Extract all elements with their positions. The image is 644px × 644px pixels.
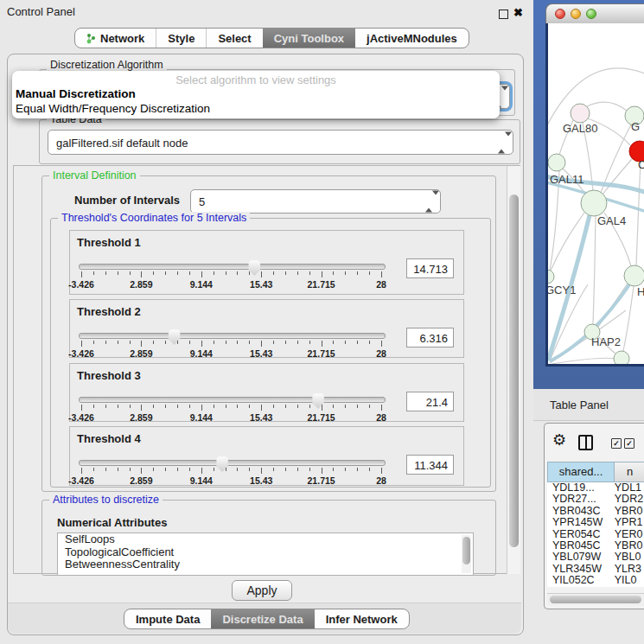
select-checkbox-icon[interactable]: ✓ bbox=[611, 438, 622, 449]
algorithm-option-manual[interactable]: Manual Discretization bbox=[16, 87, 136, 100]
threshold-value-field[interactable]: 6.316 bbox=[406, 328, 454, 348]
network-node-pink[interactable] bbox=[571, 104, 590, 123]
algorithm-option-equal-width[interactable]: Equal Width/Frequency Discretization bbox=[16, 102, 210, 115]
tab-cyni-toolbox[interactable]: Cyni Toolbox bbox=[263, 29, 355, 48]
cell-name: YLR3 bbox=[610, 564, 644, 575]
network-view-canvas[interactable]: GAL80GCGAL11GAL4GCY1HHAP2 bbox=[545, 23, 644, 367]
list-scrollbar[interactable] bbox=[462, 535, 471, 573]
bottom-tab-discretize-data[interactable]: Discretize Data bbox=[211, 609, 314, 628]
tab-select[interactable]: Select bbox=[206, 29, 262, 48]
network-edge bbox=[552, 358, 617, 364]
tab-label: Cyni Toolbox bbox=[274, 32, 344, 45]
horizontal-scrollbar-thumb[interactable] bbox=[550, 596, 641, 603]
table-row[interactable]: YBR045CYBR0 bbox=[547, 540, 644, 552]
tick-label: 15.43 bbox=[250, 412, 272, 423]
cell-name: YPR1 bbox=[610, 517, 644, 528]
column-header-name[interactable]: n bbox=[615, 462, 644, 482]
tab-jactivemnodules[interactable]: jActiveMNodules bbox=[355, 29, 469, 48]
tick-label: 21.715 bbox=[308, 475, 335, 486]
tab-label: Style bbox=[168, 32, 194, 45]
select-all-checkbox-icon[interactable]: ✓ bbox=[624, 438, 634, 449]
table-row[interactable]: YLR345WYLR3 bbox=[547, 564, 644, 575]
cell-name: YER0 bbox=[610, 529, 644, 540]
minimize-traffic-light-icon[interactable] bbox=[571, 9, 581, 19]
split-columns-icon[interactable] bbox=[578, 435, 593, 450]
threshold-label: Threshold 2 bbox=[77, 305, 141, 318]
tick-label: -3.426 bbox=[68, 348, 94, 359]
spinner-arrows-icon bbox=[425, 195, 432, 208]
table-data-value: galFiltered.sif default node bbox=[56, 136, 188, 149]
network-graph[interactable]: GAL80GCGAL11GAL4GCY1HHAP2 bbox=[548, 23, 644, 364]
combo-arrows-icon bbox=[498, 136, 505, 149]
table-data-combobox[interactable]: galFiltered.sif default node bbox=[48, 130, 513, 155]
bottom-tab-impute-data[interactable]: Impute Data bbox=[124, 609, 211, 628]
close-icon[interactable]: ✖ bbox=[513, 6, 523, 19]
network-node-green[interactable] bbox=[624, 265, 644, 286]
table-body: YDL19...YDL1YDR27...YDR2YBR043CYBR0YPR14… bbox=[547, 482, 644, 587]
vertical-scrollbar[interactable] bbox=[507, 166, 520, 574]
network-window-titlebar[interactable] bbox=[545, 3, 644, 25]
control-panel-titlebar: Control Panel ✖ bbox=[0, 0, 530, 22]
slider-track[interactable] bbox=[79, 264, 386, 270]
slider-track[interactable] bbox=[79, 333, 386, 339]
interval-definition-title: Interval Definition bbox=[49, 169, 140, 182]
threshold-value-field[interactable]: 11.344 bbox=[406, 455, 454, 475]
bottom-tab-infer-network[interactable]: Infer Network bbox=[315, 609, 409, 628]
close-traffic-light-icon[interactable] bbox=[555, 9, 565, 19]
network-node-green[interactable] bbox=[548, 270, 554, 284]
horizontal-scrollbar[interactable] bbox=[547, 593, 644, 605]
table-row[interactable]: YBR043CYBR0 bbox=[547, 506, 644, 517]
table-row[interactable]: YIL052CYIL0 bbox=[547, 575, 644, 586]
tab-style[interactable]: Style bbox=[156, 29, 206, 48]
tick-label: -3.426 bbox=[68, 279, 94, 290]
attributes-title: Attributes to discretize bbox=[49, 494, 163, 506]
table-row[interactable]: YDL19...YDL1 bbox=[547, 482, 644, 494]
zoom-traffic-light-icon[interactable] bbox=[586, 9, 596, 19]
threshold-value-field[interactable]: 14.713 bbox=[406, 258, 454, 278]
vertical-scrollbar-thumb[interactable] bbox=[509, 194, 519, 547]
settings-gear-icon[interactable]: ⚙ bbox=[552, 432, 566, 448]
slider-tick-labels: -3.4262.8599.14415.4321.71528 bbox=[81, 279, 381, 290]
network-node-label: C bbox=[638, 158, 644, 171]
threshold-row-1: Threshold 1-3.4262.8599.14415.4321.71528… bbox=[69, 230, 464, 295]
tick-label: 15.43 bbox=[250, 475, 272, 486]
attribute-list-item[interactable]: TopologicalCoefficient bbox=[58, 546, 473, 559]
cell-shared-name: YDR27... bbox=[547, 494, 610, 505]
cell-name: YBR0 bbox=[610, 540, 644, 552]
tick-label: -3.426 bbox=[68, 412, 94, 423]
table-row[interactable]: YPR145WYPR1 bbox=[547, 517, 644, 528]
tick-label: 9.144 bbox=[190, 475, 213, 486]
table-row[interactable]: YDR27...YDR2 bbox=[547, 494, 644, 505]
table-header-row: shared... n bbox=[547, 462, 644, 482]
network-edge bbox=[636, 162, 641, 266]
slider-ticks bbox=[81, 341, 381, 348]
attribute-list-item[interactable]: SelfLoops bbox=[58, 533, 473, 546]
cell-name: YBR0 bbox=[610, 506, 644, 517]
tab-network[interactable]: Network bbox=[75, 29, 156, 48]
slider-track[interactable] bbox=[79, 397, 386, 403]
float-window-icon[interactable] bbox=[499, 10, 508, 19]
column-header-shared[interactable]: shared... bbox=[547, 462, 615, 482]
tick-label: 21.715 bbox=[308, 412, 335, 423]
num-intervals-spinner[interactable]: 5 bbox=[190, 189, 441, 214]
tick-label: 28 bbox=[376, 279, 386, 290]
slider-ticks bbox=[81, 468, 381, 475]
num-intervals-value: 5 bbox=[199, 195, 205, 208]
threshold-value-field[interactable]: 21.4 bbox=[406, 392, 454, 411]
apply-button[interactable]: Apply bbox=[232, 580, 292, 601]
list-scrollbar-thumb[interactable] bbox=[462, 537, 470, 564]
cell-name: YBL0 bbox=[610, 552, 644, 563]
tick-label: 2.859 bbox=[130, 279, 152, 290]
table-row[interactable]: YER054CYER0 bbox=[547, 529, 644, 540]
slider-ticks bbox=[81, 405, 381, 411]
slider-track[interactable] bbox=[79, 460, 386, 466]
tab-label: Discretize Data bbox=[222, 613, 303, 626]
network-node-green[interactable] bbox=[614, 351, 629, 364]
tick-label: 28 bbox=[376, 412, 386, 423]
table-row[interactable]: YBL079WYBL0 bbox=[547, 552, 644, 563]
network-node-green[interactable] bbox=[581, 190, 607, 216]
network-node-green[interactable] bbox=[548, 154, 565, 171]
tick-label: 2.859 bbox=[130, 475, 152, 486]
tick-label: -3.426 bbox=[68, 475, 94, 486]
attribute-list-item[interactable]: BetweennessCentrality bbox=[58, 558, 473, 571]
